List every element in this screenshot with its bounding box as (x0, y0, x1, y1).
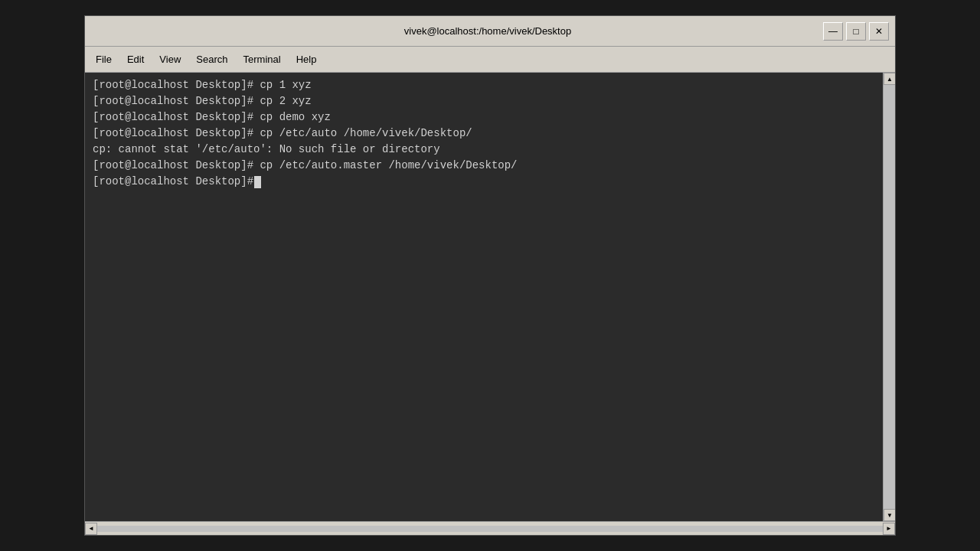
terminal-content-area: [root@localhost Desktop]# cp 1 xyz [root… (85, 73, 895, 521)
scroll-track[interactable] (884, 85, 895, 509)
terminal-body[interactable]: [root@localhost Desktop]# cp 1 xyz [root… (85, 73, 883, 521)
window-title: vivek@localhost:/home/vivek/Desktop (152, 25, 823, 37)
terminal-line-1: [root@localhost Desktop]# cp 1 xyz (93, 77, 875, 93)
close-button[interactable]: ✕ (869, 22, 889, 41)
terminal-line-6: [root@localhost Desktop]# cp /etc/auto.m… (93, 158, 875, 174)
menu-search[interactable]: Search (188, 51, 235, 68)
terminal-line-4: [root@localhost Desktop]# cp /etc/auto /… (93, 126, 875, 142)
title-bar: vivek@localhost:/home/vivek/Desktop — □ … (85, 16, 895, 47)
menu-help[interactable]: Help (289, 51, 325, 68)
menu-bar: File Edit View Search Terminal Help (85, 47, 895, 73)
minimize-button[interactable]: — (823, 22, 843, 41)
terminal-prompt-line: [root@localhost Desktop]# (93, 174, 875, 190)
menu-view[interactable]: View (152, 51, 188, 68)
window-controls: — □ ✕ (823, 22, 889, 41)
terminal-cursor (254, 176, 261, 188)
terminal-line-2: [root@localhost Desktop]# cp 2 xyz (93, 93, 875, 109)
terminal-line-5: cp: cannot stat '/etc/auto': No such fil… (93, 142, 875, 158)
scroll-down-button[interactable]: ▼ (884, 509, 895, 521)
maximize-button[interactable]: □ (846, 22, 866, 41)
scroll-left-button[interactable]: ◄ (85, 523, 97, 535)
horizontal-scroll-track[interactable] (97, 526, 883, 532)
terminal-line-3: [root@localhost Desktop]# cp demo xyz (93, 109, 875, 126)
terminal-window: vivek@localhost:/home/vivek/Desktop — □ … (84, 15, 896, 536)
vertical-scrollbar[interactable]: ▲ ▼ (883, 73, 895, 521)
menu-file[interactable]: File (88, 51, 119, 68)
menu-terminal[interactable]: Terminal (236, 51, 289, 68)
scroll-up-button[interactable]: ▲ (884, 73, 895, 85)
scroll-right-button[interactable]: ► (883, 523, 895, 535)
menu-edit[interactable]: Edit (119, 51, 152, 68)
terminal-prompt: [root@localhost Desktop]# (93, 174, 253, 190)
bottom-bar: ◄ ► (85, 521, 895, 535)
